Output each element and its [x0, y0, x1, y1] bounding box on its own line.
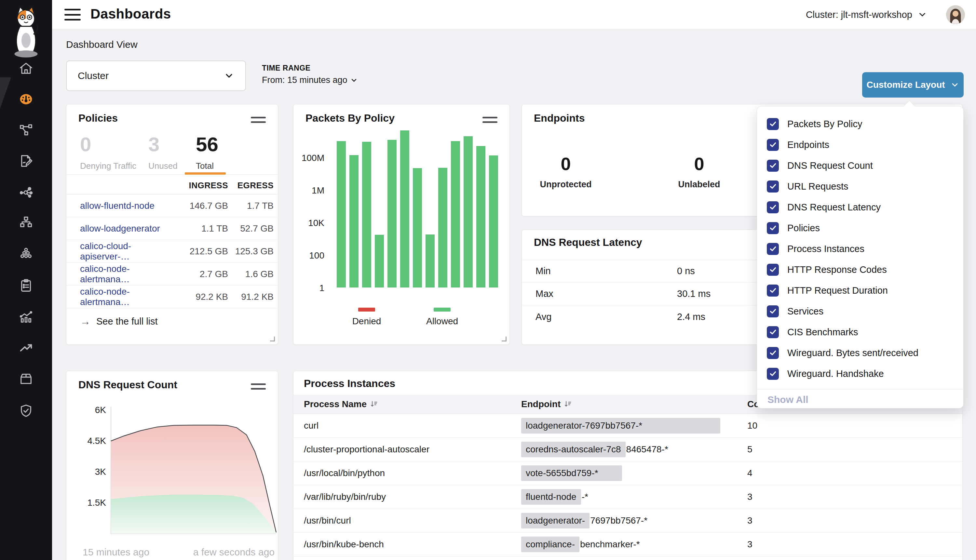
bar-allowed[interactable] — [375, 235, 384, 287]
menu-item-label: Endpoints — [787, 140, 829, 150]
stat-unused[interactable]: 3 Unused — [148, 134, 178, 171]
menu-item-cis-benchmarks[interactable]: CIS Benchmarks — [757, 322, 963, 342]
cluster-selector-label: Cluster: jlt-msft-workshop — [806, 10, 912, 20]
legend-allowed[interactable]: Allowed — [416, 308, 468, 327]
dashboard-view-select[interactable]: Cluster — [66, 60, 246, 91]
sidebar-item-cluster-nodes[interactable] — [18, 245, 35, 262]
policy-row: allow-loadgenerator 1.1 TB 52.7 GB — [67, 217, 278, 240]
checkbox-checked-icon[interactable] — [767, 201, 779, 213]
page-title: Dashboards — [90, 6, 171, 22]
menu-item-wireguard-handshake[interactable]: Wireguard. Handshake — [757, 363, 963, 384]
drag-handle-icon[interactable] — [251, 383, 266, 393]
bar-allowed[interactable] — [451, 141, 460, 287]
menu-item-wireguard-bytes-sent-received[interactable]: Wireguard. Bytes sent/received — [757, 342, 963, 363]
see-full-list-link[interactable]: → See the full list — [80, 310, 158, 333]
divider — [67, 174, 278, 175]
policy-link[interactable]: calico-node-alertmana… — [80, 287, 130, 307]
sidebar-item-network-nodes[interactable] — [18, 122, 35, 138]
policy-link[interactable]: allow-fluentd-node — [80, 201, 155, 211]
cluster-selector[interactable]: Cluster: jlt-msft-workshop — [806, 0, 927, 29]
checkbox-checked-icon[interactable] — [767, 264, 779, 276]
legend-swatch-allowed — [434, 308, 450, 312]
menu-item-dns-request-count[interactable]: DNS Request Count — [757, 155, 963, 176]
sidebar-item-topology[interactable] — [18, 214, 35, 231]
sidebar-item-home[interactable] — [18, 60, 35, 77]
menu-item-endpoints[interactable]: Endpoints — [757, 134, 963, 155]
checkbox-checked-icon[interactable] — [767, 118, 779, 130]
process-name: /usr/local/bin/python — [304, 468, 521, 478]
hamburger-menu-icon[interactable] — [64, 9, 81, 20]
policy-ingress-value: 212.5 GB — [176, 246, 228, 257]
legend-label: Denied — [340, 316, 393, 327]
policy-link[interactable]: calico-node-alertmana… — [80, 264, 130, 284]
sidebar-item-service-graph[interactable] — [18, 183, 35, 200]
card-title: Process Instances — [304, 378, 395, 390]
bar-allowed[interactable] — [476, 146, 485, 287]
sidebar-item-timeline[interactable] — [18, 340, 35, 357]
checkbox-checked-icon[interactable] — [767, 368, 779, 380]
policy-ingress-value: 92.2 KB — [176, 292, 228, 302]
sidebar-item-compliance[interactable] — [18, 277, 35, 294]
bar-allowed[interactable] — [438, 168, 447, 287]
chevron-down-icon — [350, 77, 358, 84]
checkbox-checked-icon[interactable] — [767, 160, 779, 172]
time-range-control[interactable]: TIME RANGE From: 15 minutes ago — [262, 64, 358, 85]
resize-corner-handle[interactable] — [502, 337, 507, 342]
bar-allowed[interactable] — [400, 130, 409, 287]
policy-link[interactable]: allow-loadgenerator — [80, 223, 160, 233]
dns-request-count-card: DNS Request Count 6K4.5K3K1.5K 15 minute… — [66, 371, 278, 560]
bar-allowed[interactable] — [362, 142, 371, 287]
checkbox-checked-icon[interactable] — [767, 347, 779, 359]
y-axis-tick-label: 100M — [294, 153, 324, 163]
checkbox-checked-icon[interactable] — [767, 222, 779, 234]
stat-denying-traffic[interactable]: 0 Denying Traffic — [80, 134, 136, 171]
show-all-button[interactable]: Show All — [757, 389, 963, 410]
policy-ingress-value: 146.7 GB — [176, 201, 228, 211]
bar-allowed[interactable] — [464, 136, 473, 287]
menu-item-policies[interactable]: Policies — [757, 218, 963, 238]
menu-item-url-requests[interactable]: URL Requests — [757, 176, 963, 197]
drag-handle-icon[interactable] — [251, 117, 266, 126]
checkbox-checked-icon[interactable] — [767, 180, 779, 193]
menu-item-dns-request-latency[interactable]: DNS Request Latency — [757, 197, 963, 218]
avatar[interactable] — [946, 5, 965, 24]
checkbox-checked-icon[interactable] — [767, 326, 779, 338]
bar-allowed[interactable] — [489, 155, 498, 287]
checkbox-checked-icon[interactable] — [767, 139, 779, 151]
menu-item-label: HTTP Response Codes — [787, 264, 887, 275]
sidebar-item-image-assurance[interactable] — [18, 370, 35, 387]
bar-allowed[interactable] — [413, 168, 422, 287]
view-select-value: Cluster — [78, 70, 224, 81]
chevron-down-icon — [224, 70, 234, 81]
stat-total[interactable]: 56 Total — [196, 134, 218, 171]
customize-layout-button[interactable]: Customize Layout — [862, 72, 964, 98]
sidebar-item-analytics[interactable] — [18, 308, 35, 325]
menu-item-label: Wireguard. Handshake — [787, 368, 884, 379]
bar-allowed[interactable] — [387, 140, 397, 287]
row-value: 30.1 ms — [677, 288, 711, 299]
column-header-egress: EGRESS — [228, 180, 274, 190]
sidebar-item-dashboards[interactable] — [18, 91, 35, 108]
sidebar-item-threat-defense[interactable] — [18, 402, 35, 419]
menu-item-process-instances[interactable]: Process Instances — [757, 238, 963, 259]
bar-allowed[interactable] — [349, 155, 359, 287]
sidebar-item-policy-editor[interactable] — [18, 153, 35, 170]
checkbox-checked-icon[interactable] — [767, 285, 779, 297]
column-header-process-name[interactable]: Process Name — [304, 399, 521, 410]
drag-handle-icon[interactable] — [482, 117, 497, 126]
resize-corner-handle[interactable] — [270, 337, 275, 342]
menu-item-services[interactable]: Services — [757, 301, 963, 322]
checkbox-checked-icon[interactable] — [767, 243, 779, 255]
bar-allowed[interactable] — [425, 235, 435, 287]
menu-item-packets-by-policy[interactable]: Packets By Policy — [757, 113, 963, 134]
menu-item-http-response-codes[interactable]: HTTP Response Codes — [757, 259, 963, 280]
bar-allowed[interactable] — [337, 141, 346, 287]
column-header-endpoint[interactable]: Endpoint — [521, 399, 747, 410]
menu-item-http-request-duration[interactable]: HTTP Request Duration — [757, 280, 963, 301]
see-full-list-label: See the full list — [96, 316, 158, 327]
policy-row: allow-fluentd-node 146.7 GB 1.7 TB — [67, 195, 278, 217]
policy-link[interactable]: calico-cloud-apiserver-… — [80, 241, 131, 262]
row-label: Avg — [536, 312, 551, 322]
legend-denied[interactable]: Denied — [340, 308, 393, 327]
checkbox-checked-icon[interactable] — [767, 305, 779, 317]
